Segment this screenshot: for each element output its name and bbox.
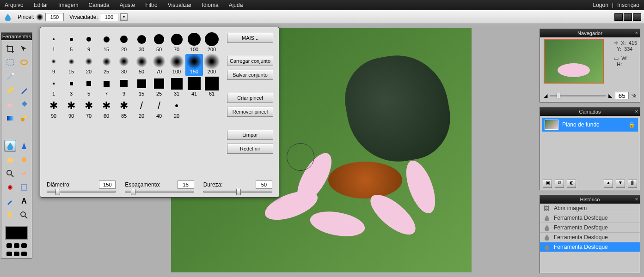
brush-preset-200[interactable]: 200 — [203, 54, 221, 76]
history-item[interactable]: 🖼Abrir imagem — [540, 204, 640, 213]
brush-preset-41[interactable]: 41 — [185, 76, 203, 98]
max-button[interactable] — [624, 13, 632, 21]
zoom-tool[interactable] — [4, 168, 16, 180]
wand-tool[interactable] — [4, 71, 16, 83]
up-layer-button[interactable]: ▲ — [604, 180, 613, 188]
brush-preset-9[interactable]: 9 — [115, 76, 133, 98]
brush-more-button[interactable]: MAIS .. — [227, 33, 273, 43]
text-tool[interactable]: A — [18, 195, 30, 207]
brush-preset-1[interactable]: 1 — [45, 76, 62, 98]
menu-ajuda[interactable]: Ajuda — [229, 2, 243, 8]
close-icon[interactable]: × — [635, 196, 638, 202]
brush-preset-50[interactable]: 50 — [133, 54, 150, 76]
brush-preset-70[interactable]: ✱70 — [80, 98, 98, 120]
menu-idioma[interactable]: Idioma — [202, 2, 219, 8]
spacing-input[interactable] — [178, 181, 194, 189]
brush-preset-50[interactable]: 50 — [150, 32, 168, 54]
hand-tool[interactable] — [4, 209, 16, 221]
brush-preset-9[interactable]: 9 — [80, 32, 98, 54]
menu-arquivo[interactable]: Arquivo — [5, 2, 24, 8]
brush-preset-15[interactable]: 15 — [98, 32, 115, 54]
redeye-tool[interactable] — [4, 181, 16, 193]
eyedropper-tool[interactable] — [18, 71, 30, 83]
brush-preset-20[interactable]: /20 — [133, 98, 150, 120]
brush-preset-100[interactable]: 100 — [185, 32, 203, 54]
bucket-tool[interactable] — [18, 98, 30, 110]
brush-preset-15[interactable]: 15 — [133, 76, 150, 98]
brush-reset-button[interactable]: Redefinir — [227, 144, 273, 154]
menu-ajuste[interactable]: Ajuste — [120, 2, 135, 8]
navigator-zoom[interactable]: ◢ ◣ % — [544, 92, 636, 99]
delete-layer-button[interactable]: 🗑 — [628, 180, 637, 188]
vivacity-input[interactable] — [100, 13, 118, 21]
brush-preset-150[interactable]: 150 — [185, 54, 203, 76]
history-item[interactable]: Ferramenta Desfoque — [540, 223, 640, 233]
spacing-slider[interactable]: Espaçamento: — [125, 181, 194, 193]
brush-preset-1[interactable]: 1 — [45, 32, 62, 54]
sponge-tool[interactable] — [4, 154, 16, 166]
brush-preset-200[interactable]: 200 — [203, 32, 221, 54]
dodge-tool[interactable] — [18, 154, 30, 166]
smudge-tool[interactable] — [18, 126, 30, 138]
brush-save-button[interactable]: Salvar conjunto — [227, 70, 273, 80]
eraser-tool[interactable] — [4, 98, 16, 110]
color-presets-2[interactable] — [1, 250, 32, 258]
brush-preset-30[interactable]: 30 — [133, 32, 150, 54]
brush-preset-70[interactable]: 70 — [168, 32, 185, 54]
diameter-slider[interactable]: Diâmetro: — [47, 181, 116, 193]
diameter-input[interactable] — [99, 181, 116, 189]
menu-inscricao[interactable]: Inscrição — [617, 2, 639, 8]
brush-preset-5[interactable]: 5 — [80, 76, 98, 98]
zoom-out-icon[interactable]: ◢ — [544, 93, 547, 99]
brush-preset-100[interactable]: 100 — [168, 54, 185, 76]
lock-icon[interactable]: 🔒 — [628, 121, 635, 128]
move-tool[interactable] — [18, 43, 30, 55]
brush-preset-15[interactable]: 15 — [62, 54, 80, 76]
menu-imagem[interactable]: Imagem — [58, 2, 78, 8]
brush-preset-60[interactable]: ✱60 — [98, 98, 115, 120]
new-layer-button[interactable]: ▣ — [543, 180, 552, 188]
blur-tool[interactable] — [4, 140, 16, 152]
brush-preset-20[interactable]: •20 — [168, 98, 185, 120]
brush-load-button[interactable]: Carregar conjunto — [227, 56, 273, 66]
brush-preset-9[interactable]: 9 — [45, 54, 62, 76]
navigator-thumbnail[interactable] — [544, 39, 604, 84]
colorpicker-tool[interactable] — [4, 195, 16, 207]
brush-preset-7[interactable]: 7 — [98, 76, 115, 98]
brush-preset-70[interactable]: 70 — [150, 54, 168, 76]
sharpen-tool[interactable] — [18, 140, 30, 152]
mask-layer-button[interactable]: ◐ — [567, 180, 576, 188]
brush-preset-61[interactable]: 61 — [203, 76, 221, 98]
close-button[interactable] — [633, 13, 641, 21]
lasso-tool[interactable] — [18, 57, 30, 69]
clone-tool[interactable] — [18, 112, 30, 124]
brush-size-input[interactable] — [45, 13, 64, 21]
down-layer-button[interactable]: ▼ — [616, 180, 625, 188]
brush-clear-button[interactable]: Limpar — [227, 130, 273, 140]
history-item[interactable]: Ferramenta Desfoque — [540, 242, 640, 252]
history-item[interactable]: Ferramenta Desfoque — [540, 233, 640, 242]
zoom-in-icon[interactable]: ◣ — [608, 93, 612, 99]
menu-logon[interactable]: Logon — [593, 2, 608, 8]
brush-preset-30[interactable]: 30 — [115, 54, 133, 76]
gradient-tool[interactable] — [4, 112, 16, 124]
hardness-input[interactable] — [256, 181, 272, 189]
brush-preset-90[interactable]: ✱90 — [45, 98, 62, 120]
brush-preset-90[interactable]: ✱90 — [62, 98, 80, 120]
brush-preset-5[interactable]: 5 — [62, 32, 80, 54]
brush-preset-20[interactable]: 20 — [80, 54, 98, 76]
crop-tool[interactable] — [4, 43, 16, 55]
color-presets[interactable] — [1, 241, 32, 250]
zoom2-tool[interactable] — [18, 209, 30, 221]
foreground-color[interactable] — [5, 226, 28, 240]
brush-remove-button[interactable]: Remover pincel — [227, 107, 273, 117]
dup-layer-button[interactable]: ⧉ — [555, 180, 564, 188]
liquify-tool[interactable] — [18, 181, 30, 193]
shape-tool[interactable] — [4, 126, 16, 138]
heal-tool[interactable] — [18, 168, 30, 180]
menu-camada[interactable]: Camada — [88, 2, 109, 8]
layer-row[interactable]: Plano de fundo 🔒 — [542, 118, 638, 132]
brush-preset-85[interactable]: ✱85 — [115, 98, 133, 120]
brush-preset-31[interactable]: 31 — [168, 76, 185, 98]
vivacity-dropdown[interactable]: ▾ — [120, 13, 128, 21]
